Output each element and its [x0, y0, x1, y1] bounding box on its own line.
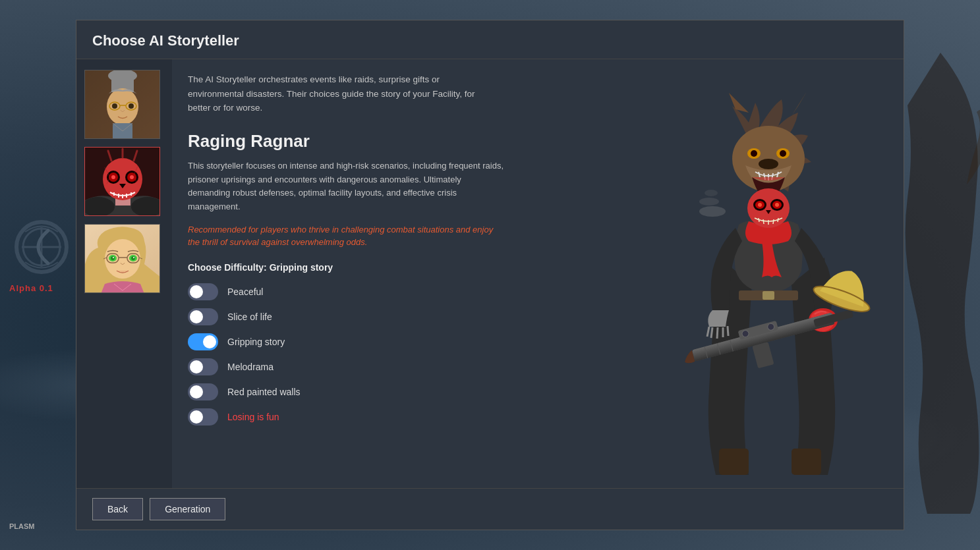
toggle-knob-melodrama — [190, 360, 203, 373]
svg-point-45 — [131, 256, 135, 260]
intro-text: The AI Storyteller orchestrates events l… — [188, 72, 491, 115]
generation-button[interactable]: Generation — [150, 498, 225, 520]
side-icon — [12, 217, 71, 277]
toggle-melodrama[interactable] — [188, 358, 218, 375]
difficulty-name-red-painted-walls: Red painted walls — [227, 387, 301, 397]
toggle-knob-slice — [190, 310, 203, 323]
portrait-3[interactable] — [84, 224, 160, 293]
svg-point-27 — [130, 175, 134, 179]
difficulty-label: Choose Difficulty: Gripping story — [188, 262, 611, 273]
portraits-sidebar — [76, 59, 172, 488]
difficulty-options: Peaceful Slice of life Gripping story — [188, 283, 611, 426]
svg-line-75 — [728, 326, 728, 336]
svg-point-65 — [775, 203, 779, 207]
difficulty-melodrama[interactable]: Melodrama — [188, 358, 611, 375]
svg-line-73 — [717, 327, 718, 339]
svg-line-66 — [759, 218, 759, 222]
panel-title: Choose AI Storyteller — [76, 20, 904, 59]
svg-line-71 — [707, 327, 709, 337]
main-panel: Choose AI Storyteller — [76, 20, 904, 530]
storyteller-description: This storyteller focuses on intense and … — [188, 159, 504, 214]
difficulty-name-slice-of-life: Slice of life — [227, 312, 272, 322]
alpha-badge: Alpha 0.1 — [9, 283, 53, 293]
svg-rect-91 — [719, 449, 749, 475]
storyteller-name: Raging Ragnar — [188, 131, 611, 151]
svg-rect-80 — [752, 342, 774, 368]
svg-line-67 — [763, 219, 764, 224]
toggle-losing-is-fun[interactable] — [188, 408, 218, 426]
svg-point-26 — [111, 175, 115, 179]
difficulty-name-gripping-story: Gripping story — [227, 337, 285, 347]
svg-rect-90 — [763, 291, 774, 300]
svg-point-47 — [133, 257, 134, 258]
svg-point-46 — [113, 257, 114, 258]
toggle-peaceful[interactable] — [188, 283, 218, 300]
svg-point-49 — [759, 159, 778, 169]
toggle-knob-losing — [190, 410, 203, 424]
svg-point-95 — [705, 190, 718, 196]
toggle-knob-peaceful — [190, 285, 203, 298]
plasm-badge: PLASM — [9, 522, 35, 530]
back-button[interactable]: Back — [92, 498, 143, 520]
difficulty-name-peaceful: Peaceful — [227, 287, 263, 297]
svg-point-13 — [129, 103, 134, 109]
difficulty-name-melodrama: Melodrama — [227, 362, 274, 372]
svg-point-52 — [751, 150, 757, 157]
svg-point-44 — [111, 256, 115, 260]
toggle-knob-red-walls — [190, 385, 203, 399]
svg-line-72 — [711, 327, 712, 338]
svg-point-93 — [699, 206, 726, 217]
toggle-red-painted-walls[interactable] — [188, 383, 218, 400]
recommendation-text: Recommended for players who thrive in ch… — [188, 223, 504, 249]
svg-point-64 — [758, 203, 762, 207]
difficulty-slice-of-life[interactable]: Slice of life — [188, 308, 611, 325]
content-area: The AI Storyteller orchestrates events l… — [172, 59, 627, 488]
svg-line-69 — [773, 219, 774, 224]
portrait-1[interactable] — [84, 70, 160, 139]
portrait-2[interactable] — [84, 147, 160, 216]
toggle-slice-of-life[interactable] — [188, 308, 218, 325]
difficulty-name-losing-is-fun: Losing is fun — [227, 412, 279, 422]
svg-point-12 — [112, 103, 117, 109]
difficulty-peaceful[interactable]: Peaceful — [188, 283, 611, 300]
toggle-gripping-story[interactable] — [188, 333, 218, 350]
character-illustration-area — [627, 59, 904, 488]
difficulty-gripping-story[interactable]: Gripping story — [188, 333, 611, 350]
character-illustration — [633, 93, 904, 488]
svg-rect-92 — [792, 449, 821, 475]
difficulty-losing-is-fun[interactable]: Losing is fun — [188, 408, 611, 426]
difficulty-red-painted-walls[interactable]: Red painted walls — [188, 383, 611, 400]
svg-point-53 — [780, 150, 786, 157]
svg-point-94 — [699, 198, 719, 206]
svg-line-70 — [778, 218, 778, 222]
panel-footer: Back Generation — [76, 488, 904, 530]
toggle-knob-gripping — [203, 335, 216, 348]
